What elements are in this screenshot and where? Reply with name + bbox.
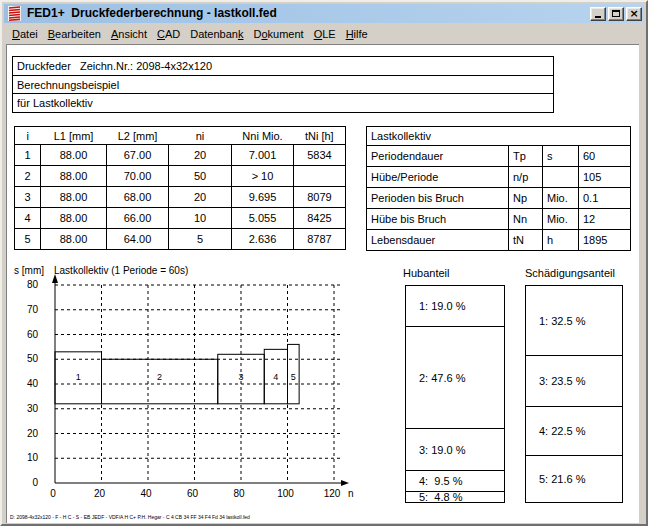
stack-segment: 3: 19.0 %	[406, 428, 504, 469]
table-cell	[294, 166, 346, 187]
table-cell: Perioden bis Bruch	[367, 188, 509, 209]
drawing-header-box: Druckfeder Zeichn.Nr.: 2098-4x32x120 Ber…	[12, 56, 554, 113]
table-cell: 88.00	[41, 166, 107, 187]
svg-text:s [mm]: s [mm]	[14, 265, 44, 276]
table-cell: 67.00	[107, 145, 169, 166]
table-cell	[543, 167, 579, 188]
table-cell: Nn	[509, 209, 543, 230]
table-cell: 3	[15, 187, 41, 208]
hubanteil-title: Hubanteil	[403, 267, 449, 279]
lastkollektiv-title: Lastkollektiv	[367, 127, 631, 146]
table-cell: Hübe/Periode	[367, 167, 509, 188]
menu-item-datenbank[interactable]: Datenbank	[185, 26, 248, 42]
titlebar: FED1+ Druckfederberechnung - lastkoll.fe…	[4, 4, 644, 23]
table-cell: 2	[15, 166, 41, 187]
svg-text:5: 5	[291, 372, 296, 382]
load-steps-table: iL1 [mm]L2 [mm]niNni Mio.tNi [h] 188.006…	[14, 126, 346, 250]
svg-text:30: 30	[27, 403, 39, 414]
header-line-1: Druckfeder Zeichn.Nr.: 2098-4x32x120	[13, 57, 553, 75]
table-cell: 8079	[294, 187, 346, 208]
table-cell: 20	[169, 145, 232, 166]
table-cell: Lebensdauer	[367, 230, 509, 251]
stack-segment: 1: 19.0 %	[406, 286, 504, 326]
svg-text:10: 10	[27, 452, 39, 463]
close-button[interactable]: ×	[626, 7, 642, 21]
table-cell: 88.00	[41, 208, 107, 229]
svg-text:60: 60	[27, 329, 39, 340]
table-cell: 70.00	[107, 166, 169, 187]
table-cell: Tp	[509, 146, 543, 167]
header-line-2: Berechnungsbeispiel	[13, 75, 553, 94]
table-row: 488.0066.00105.0558425	[15, 208, 346, 229]
table-cell: 0.1	[579, 188, 631, 209]
menu-item-ansicht[interactable]: Ansicht	[106, 26, 152, 42]
table-row: LebensdauertNh1895	[367, 230, 631, 251]
svg-text:20: 20	[94, 488, 106, 499]
menu-item-cad[interactable]: CAD	[152, 26, 185, 42]
menu-item-dokument[interactable]: Dokument	[248, 26, 308, 42]
app-icon	[8, 6, 24, 21]
table-cell: Np	[509, 188, 543, 209]
svg-text:80: 80	[233, 488, 245, 499]
svg-text:2: 2	[157, 372, 162, 382]
menubar: DateiBearbeitenAnsichtCADDatenbankDokume…	[4, 25, 644, 43]
table-cell: 12	[579, 209, 631, 230]
stack-segment: 4: 22.5 %	[526, 406, 622, 455]
table-cell: 88.00	[41, 187, 107, 208]
table-cell: 5	[169, 229, 232, 250]
load-table-header: L2 [mm]	[107, 127, 169, 145]
minimize-icon	[595, 16, 601, 18]
table-row: 588.0064.0052.6368787	[15, 229, 346, 250]
table-cell: 105	[579, 167, 631, 188]
minimize-button[interactable]	[590, 7, 606, 21]
load-table-header: Nni Mio.	[232, 127, 294, 145]
menu-item-hilfe[interactable]: Hilfe	[341, 26, 373, 42]
table-cell: 64.00	[107, 229, 169, 250]
table-row: PeriodendauerTps60	[367, 146, 631, 167]
menu-item-ole[interactable]: OLE	[309, 26, 341, 42]
load-table-body: 188.0067.00207.0015834288.0070.0050> 103…	[15, 145, 346, 250]
table-cell: 50	[169, 166, 232, 187]
svg-text:40: 40	[140, 488, 152, 499]
table-cell: 5	[15, 229, 41, 250]
load-table-header: L1 [mm]	[41, 127, 107, 145]
table-row: 288.0070.0050> 10	[15, 166, 346, 187]
table-cell: Periodendauer	[367, 146, 509, 167]
load-table-header: tNi [h]	[294, 127, 346, 145]
svg-text:100: 100	[277, 488, 294, 499]
table-cell: 88.00	[41, 145, 107, 166]
svg-text:60: 60	[187, 488, 199, 499]
table-cell: 66.00	[107, 208, 169, 229]
svg-text:n: n	[348, 488, 354, 499]
app-window: FED1+ Druckfederberechnung - lastkoll.fe…	[0, 0, 648, 526]
table-cell: h	[543, 230, 579, 251]
table-cell: 20	[169, 187, 232, 208]
svg-text:70: 70	[27, 304, 39, 315]
table-cell: 1895	[579, 230, 631, 251]
load-collective-chart: 1234501020304050607080020406080100120ns …	[7, 261, 357, 511]
maximize-button[interactable]	[608, 7, 624, 21]
table-cell: 68.00	[107, 187, 169, 208]
load-table-header: ni	[169, 127, 232, 145]
header-line-3: für Lastkollektiv	[13, 93, 553, 112]
stack-segment: 1: 32.5 %	[526, 286, 622, 355]
stack-segment: 3: 23.5 %	[526, 355, 622, 406]
footer-fineprint: D: 2098-4x32x120 - F - H C - S - EB JEDF…	[10, 514, 310, 520]
menu-item-datei[interactable]: Datei	[7, 26, 43, 42]
lastkollektiv-title-row: Lastkollektiv	[367, 127, 631, 146]
table-cell: Mio.	[543, 188, 579, 209]
menu-item-bearbeiten[interactable]: Bearbeiten	[43, 26, 106, 42]
svg-text:4: 4	[273, 372, 278, 382]
table-cell: 10	[169, 208, 232, 229]
table-cell: 1	[15, 145, 41, 166]
schaedigungsanteil-stack: 1: 32.5 %3: 23.5 %4: 22.5 %5: 21.6 %	[525, 285, 623, 503]
table-cell: n/p	[509, 167, 543, 188]
svg-text:40: 40	[27, 378, 39, 389]
lastkollektiv-table: Lastkollektiv PeriodendauerTps60Hübe/Per…	[366, 126, 631, 251]
table-cell: 88.00	[41, 229, 107, 250]
svg-text:3: 3	[238, 372, 243, 382]
table-cell: 7.001	[232, 145, 294, 166]
table-cell: 5834	[294, 145, 346, 166]
svg-text:120: 120	[324, 488, 341, 499]
client-area: Druckfeder Zeichn.Nr.: 2098-4x32x120 Ber…	[6, 44, 639, 523]
